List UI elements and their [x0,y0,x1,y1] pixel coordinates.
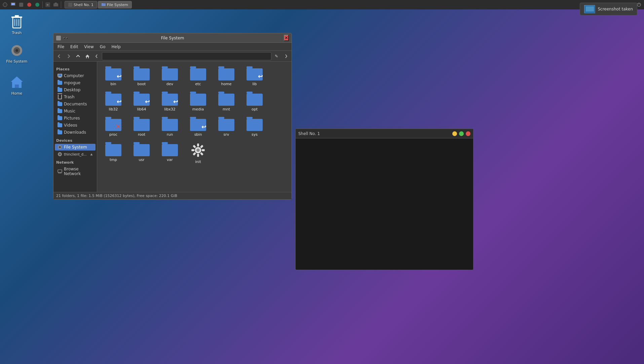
folder-icon [134,142,150,156]
sidebar-item-filesystem[interactable]: File System [55,144,96,151]
videos-folder-icon [58,123,62,128]
fm-folder-lib[interactable]: ↩ lib [241,64,268,88]
shell-minimize-btn[interactable] [452,131,457,136]
svg-rect-79 [105,117,111,119]
folder-icon [190,66,206,80]
svg-rect-102 [200,145,203,148]
file-manager-window: File System ✕ File Edit View Go Help ✎ [53,33,292,200]
svg-rect-10 [68,3,72,7]
sidebar-pictures-label: Pictures [64,116,80,121]
fm-folder-label: dev [166,82,173,86]
taskbar-app-icon-7[interactable] [52,1,60,8]
fm-folder-var[interactable]: var [156,140,183,166]
fm-folder-sys[interactable]: sys [241,115,268,139]
eject-icon[interactable] [90,153,93,156]
fm-folder-tmp[interactable]: tmp [100,140,127,166]
shell-maximize-btn[interactable] [459,131,464,136]
taskbar-app-icon-1[interactable] [1,1,9,8]
svg-rect-8 [53,3,58,6]
taskbar-fm-btn[interactable]: File System [98,1,132,8]
fm-folder-srv[interactable]: srv [213,115,240,139]
fm-folder-libx32[interactable]: ↩ libx32 [156,90,183,113]
fm-folder-run[interactable]: run [156,115,183,139]
folder-icon [218,117,234,131]
fm-folder-label: bin [110,82,116,86]
sidebar-item-browse-network[interactable]: Browse Network [55,166,96,177]
fm-folder-mnt[interactable]: mnt [213,90,240,113]
desktop-home-icon[interactable]: Home [3,72,30,97]
sidebar-item-desktop[interactable]: Desktop [55,87,96,93]
fm-folder-etc[interactable]: etc [185,64,212,88]
fm-forward-btn[interactable] [64,52,73,61]
svg-rect-83 [162,119,178,131]
fm-prev-btn[interactable] [92,52,101,61]
svg-text:↩: ↩ [173,98,178,105]
fm-titlebar-left [56,36,68,40]
desktop-trash-icon[interactable]: Trash [3,12,30,36]
shell-close-btn[interactable] [466,131,470,136]
fm-folder-root[interactable]: root [128,115,155,139]
fm-folder-proc[interactable]: ✕ proc [100,115,127,139]
taskbar-app-icon-5[interactable] [34,1,41,8]
svg-rect-45 [105,68,111,70]
fm-folder-sbin[interactable]: ↩ sbin [185,115,212,139]
svg-rect-49 [134,66,140,68]
sidebar-item-trash[interactable]: Trash [55,94,96,100]
sidebar-item-computer[interactable]: Computer [55,72,96,79]
shell-titlebar: Shell No. 1 [296,129,473,138]
svg-text:↩: ↩ [258,73,263,80]
fm-home-btn[interactable] [83,52,92,61]
svg-text:✕: ✕ [115,123,121,131]
sidebar-item-videos[interactable]: Videos [55,122,96,129]
fm-minimize-btn[interactable] [64,37,65,39]
fm-folder-bin[interactable]: ↩ bin [100,64,127,88]
fm-next-btn[interactable] [281,52,290,61]
taskbar-app-icon-4[interactable] [26,1,33,8]
fm-folder-dev[interactable]: dev [156,64,183,88]
svg-text:↩: ↩ [201,123,206,130]
fm-address-input[interactable] [102,52,271,60]
sidebar-item-thinclient[interactable]: thinclient_d... [55,151,96,158]
taskbar-app-icon-3[interactable] [17,1,25,8]
fm-folder-lib64[interactable]: ↩ lib64 [128,90,155,113]
sidebar-item-music[interactable]: Music [55,108,96,114]
fm-close-btn[interactable]: ✕ [284,35,289,41]
fm-folder-boot[interactable]: boot [128,64,155,88]
fm-folder-media[interactable]: media [185,90,212,113]
fm-address-edit-btn[interactable]: ✎ [272,52,281,61]
svg-rect-61 [105,94,111,96]
svg-rect-55 [218,66,224,68]
fm-back-btn[interactable] [55,52,64,61]
taskbar-shell-btn[interactable]: Shell No. 1 [65,1,97,8]
svg-rect-75 [218,92,224,94]
fm-folder-opt[interactable]: opt [241,90,268,113]
fm-up-btn[interactable] [74,52,82,61]
folder-icon [247,92,263,106]
fm-folder-lib32[interactable]: ↩ lib32 [100,90,127,113]
trash-label: Trash [12,31,22,35]
sidebar-item-downloads[interactable]: Downloads [55,129,96,136]
fm-menu-edit[interactable]: Edit [68,44,81,50]
fm-menu-go[interactable]: Go [97,44,108,50]
taskbar-app-icon-6[interactable]: ≡ [44,1,51,8]
svg-rect-35 [58,77,62,78]
svg-rect-96 [134,142,140,144]
sidebar-item-documents[interactable]: Documents [55,101,96,107]
fm-maximize-btn[interactable] [66,37,68,39]
svg-rect-3 [19,3,23,7]
fm-folder-label: lib64 [137,107,146,111]
sidebar-item-pictures[interactable]: Pictures [55,115,96,122]
svg-marker-31 [85,55,89,58]
fm-file-init[interactable]: init [185,140,212,166]
sidebar-item-mpogue[interactable]: mpogue [55,79,96,86]
svg-rect-12 [102,3,103,4]
fm-menu-view[interactable]: View [81,44,96,50]
taskbar-app-icon-2[interactable] [9,1,17,8]
fm-folder-usr[interactable]: usr [128,140,155,166]
svg-rect-48 [134,68,150,80]
fm-menu-help[interactable]: Help [109,44,123,50]
fm-folder-home[interactable]: home [213,64,240,88]
desktop-filesystem-icon[interactable]: File System [3,40,30,65]
fm-menu-file[interactable]: File [55,44,67,50]
symlink-folder-icon: ↩ [247,66,263,80]
